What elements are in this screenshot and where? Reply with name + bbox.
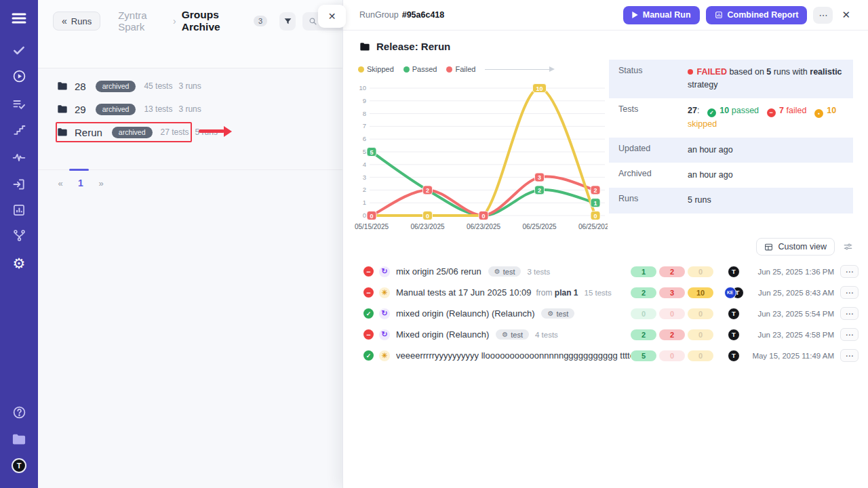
avatar: T [728,308,740,320]
back-to-runs-button[interactable]: « Runs [53,12,100,30]
sidebar-import-icon[interactable] [0,178,38,191]
filter-funnel-icon [283,17,292,26]
runs-value: 5 runs [688,194,844,207]
svg-text:0: 0 [593,213,597,220]
run-row-3[interactable]: mixed origin (Relaunch) (Relaunch) test … [351,303,859,324]
run-row-4[interactable]: Mixed origin (Relaunch) test 4 tests 2 2… [351,324,859,345]
pagination-next-button[interactable]: » [91,178,111,188]
display-settings-icon[interactable] [843,242,853,251]
manual-origin-icon [379,287,390,298]
search-icon [309,17,317,26]
svg-text:2: 2 [363,186,366,193]
run-row-5[interactable]: veeeerrrrryyyyyyyyyy llooooooooooonnnnng… [351,345,859,366]
run-more-button[interactable]: ⋯ [840,349,859,362]
avatar: T [728,266,740,278]
group-row-rerun[interactable]: Rerun archived 27 tests 5 runs [38,121,342,144]
group-row-29[interactable]: 29 archived 13 tests 3 runs [38,98,342,121]
custom-view-button[interactable]: Custom view [756,238,835,256]
run-date: Jun 23, 2025 4:58 PM [751,331,834,339]
folder-icon [57,127,68,137]
failed-dot-icon [446,66,452,73]
back-chevron-icon: « [62,16,67,26]
run-more-button[interactable]: ⋯ [840,265,859,278]
run-avatars: KE T [716,287,751,299]
run-avatars: T [716,350,751,362]
svg-text:6: 6 [363,135,366,142]
failed-pill: 3 [659,287,685,298]
groups-panel-controls: « Runs Zyntra Spark › Groups Archive 3 S… [53,11,342,31]
sidebar-settings-icon[interactable]: ⚙ [0,256,38,272]
run-more-button[interactable]: ⋯ [840,286,859,299]
manual-run-label: Manual Run [643,10,691,20]
user-avatar[interactable]: T [0,458,38,473]
sidebar-tests-icon[interactable] [0,43,38,57]
svg-text:0: 0 [426,213,429,220]
run-row-1[interactable]: mix origin 25/06 rerun test 3 tests 1 2 … [351,261,859,282]
run-name: Mixed origin (Relaunch) [396,329,489,340]
svg-text:10: 10 [359,84,366,92]
info-row-tests: Tests 27: 10 passed 7 failed 10 skipped [609,98,853,138]
menu-hamburger-icon[interactable] [0,12,38,24]
run-more-button[interactable]: ⋯ [840,307,859,320]
pagination-page-1-button[interactable]: 1 [71,178,91,188]
runs-label: Runs [618,194,688,207]
run-row-2[interactable]: Manual tests at 17 Jun 2025 10:09 from p… [351,282,859,303]
table-view-icon [764,243,773,251]
run-tests-count: 3 tests [527,268,550,276]
info-row-status: Status FAILED based on 5 runs with reali… [609,60,853,98]
detail-close-button[interactable]: ✕ [842,9,850,21]
sidebar-branches-icon[interactable] [0,229,38,242]
test-tag-badge: test [496,329,529,340]
list-overlay-close-button[interactable]: ✕ [318,5,346,28]
passed-dot-icon [403,66,410,73]
list-toolbar: Custom view [756,238,853,256]
legend-failed: Failed [446,65,475,73]
groups-panel-header: « Runs Zyntra Spark › Groups Archive 3 S… [38,0,342,68]
skipped-pill: 0 [688,350,713,361]
svg-text:2: 2 [593,187,597,194]
sidebar-projects-icon[interactable] [0,432,38,446]
folder-icon [57,104,68,114]
sidebar-help-icon[interactable] [0,405,38,420]
svg-text:1: 1 [593,200,597,207]
folder-icon [57,81,68,91]
group-runs-count: 3 runs [178,81,201,91]
run-failed-icon [363,287,374,298]
skipped-pill: 0 [688,308,713,319]
run-more-button[interactable]: ⋯ [840,328,859,341]
run-name: mixed origin (Relaunch) (Relaunch) [396,308,534,319]
run-from-plan: from plan 1 [536,288,578,298]
legend-skipped: Skipped [358,65,394,73]
failed-pill: 0 [659,308,685,319]
sidebar-plans-icon[interactable] [0,98,38,111]
status-value: FAILED based on 5 runs with realistic st… [688,66,844,92]
rungroup-detail-panel: RunGroup #95a6c418 Manual Run Combined R… [342,0,868,488]
passed-pill: 1 [631,266,656,277]
combined-report-button[interactable]: Combined Report [706,6,808,24]
failed-pill: 2 [659,329,685,340]
sidebar-milestones-icon[interactable] [0,123,38,136]
filter-button[interactable] [279,12,296,30]
sidebar-analytics-icon[interactable] [0,150,38,164]
run-date: Jun 25, 2025 8:43 AM [751,289,834,297]
passed-pill: 2 [631,329,656,340]
detail-more-button[interactable]: ⋯ [813,7,833,24]
sidebar-reports-icon[interactable] [0,203,38,217]
sidebar-runs-icon[interactable] [0,69,38,83]
run-passed-icon [363,308,374,319]
breadcrumb-current-page: Groups Archive [182,9,248,33]
run-failed-icon [363,329,374,340]
passed-pill: 0 [631,308,656,319]
status-label: Status [618,66,688,92]
pagination-prev-button[interactable]: « [50,178,71,188]
group-row-28[interactable]: 28 archived 45 tests 3 runs [38,75,342,98]
runs-list: mix origin 25/06 rerun test 3 tests 1 2 … [351,261,859,366]
manual-run-button[interactable]: Manual Run [623,6,700,24]
updated-value: an hour ago [688,144,844,157]
svg-text:0: 0 [370,213,373,220]
group-tests-count: 13 tests [144,104,172,114]
svg-text:5: 5 [363,148,366,155]
passed-check-icon [707,108,716,117]
bar-chart-icon [715,11,723,19]
breadcrumb-project[interactable]: Zyntra Spark [118,9,167,33]
